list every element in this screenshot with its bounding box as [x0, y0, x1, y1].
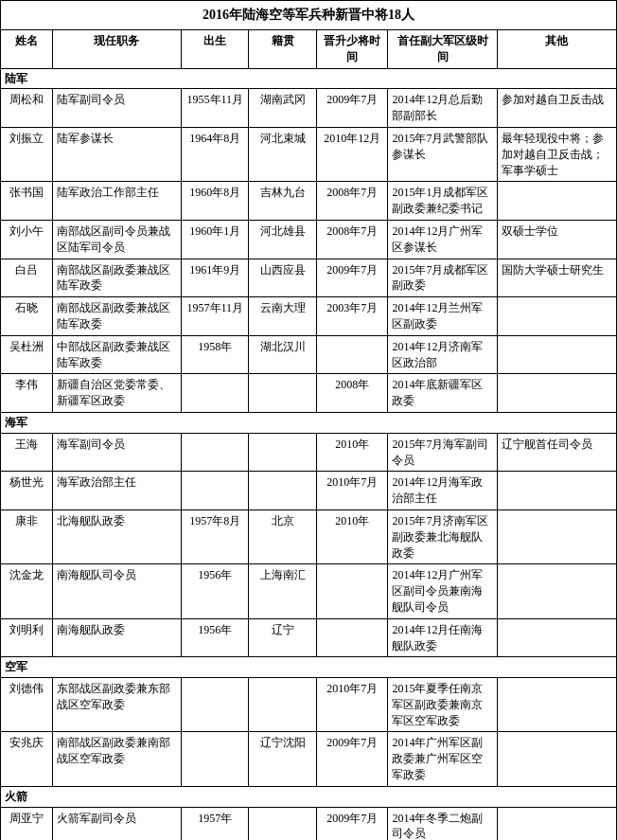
table-row: 周亚宁火箭军副司令员1957年2009年7月2014年冬季二炮副司令员 — [1, 807, 617, 840]
cell-promote — [316, 335, 388, 374]
cell-promote — [316, 618, 388, 657]
cell-other — [497, 472, 616, 510]
cell-promote: 2008年7月 — [316, 220, 388, 259]
table-row: 沈金龙南海舰队司令员1956年上海南汇2014年12月广州军区副司令员兼南海舰队… — [1, 564, 617, 618]
th-other: 其他 — [497, 30, 616, 69]
th-name: 姓名 — [1, 30, 53, 69]
cell-born: 1960年8月 — [182, 182, 249, 221]
th-born: 出生 — [182, 30, 249, 69]
cell-name: 周松和 — [1, 89, 53, 128]
section-label: 火箭 — [1, 786, 617, 807]
table-row: 李伟新疆自治区党委常委、新疆军区政委2008年2014年底新疆军区政委 — [1, 374, 617, 413]
section-header-空军: 空军 — [1, 657, 617, 678]
cell-other: 国防大学硕士研究生 — [497, 259, 616, 297]
cell-promote: 2010年 — [316, 433, 388, 472]
cell-job: 南部战区副司令员兼战区陆军司令员 — [52, 220, 182, 259]
cell-promote: 2010年12月 — [316, 127, 388, 181]
cell-origin: 湖北汉川 — [249, 335, 316, 374]
cell-first: 2014年12月济南军区政治部 — [388, 335, 498, 374]
cell-first: 2014年12月总后勤部副部长 — [388, 89, 498, 128]
cell-origin: 辽宁 — [249, 618, 316, 657]
cell-born — [182, 732, 249, 786]
cell-name: 杨世光 — [1, 472, 53, 510]
cell-origin: 北京 — [249, 509, 316, 563]
cell-promote: 2009年7月 — [316, 259, 388, 297]
cell-born — [182, 678, 249, 732]
cell-name: 李伟 — [1, 374, 53, 413]
cell-first: 2014年12月广州军区参谋长 — [388, 220, 498, 259]
section-label: 空军 — [1, 657, 617, 678]
cell-origin — [249, 433, 316, 472]
table-row: 刘小午南部战区副司令员兼战区陆军司令员1960年1月河北雄县2008年7月201… — [1, 220, 617, 259]
cell-first: 2014年12月任南海舰队政委 — [388, 618, 498, 657]
cell-name: 白吕 — [1, 259, 53, 297]
cell-origin: 上海南汇 — [249, 564, 316, 618]
table-row: 石晓南部战区副政委兼战区陆军政委1957年11月云南大理2003年7月2014年… — [1, 297, 617, 336]
cell-name: 刘小午 — [1, 220, 53, 259]
th-origin: 籍贯 — [249, 30, 316, 69]
main-title: 2016年陆海空等军兵种新晋中将18人 — [0, 0, 617, 29]
cell-origin — [249, 374, 316, 413]
cell-job: 陆军副司令员 — [52, 89, 182, 128]
table-row: 刘德伟东部战区副政委兼东部战区空军政委2010年7月2015年夏季任南京军区副政… — [1, 678, 617, 732]
header-row: 姓名 现任职务 出生 籍贯 晋升少将时间 首任副大军区级时间 其他 — [1, 30, 617, 69]
cell-first: 2015年7月成都军区副政委 — [388, 259, 498, 297]
cell-origin: 山西应县 — [249, 259, 316, 297]
cell-job: 南海舰队政委 — [52, 618, 182, 657]
cell-origin: 吉林九台 — [249, 182, 316, 221]
cell-born: 1957年8月 — [182, 509, 249, 563]
cell-job: 火箭军副司令员 — [52, 807, 182, 840]
cell-name: 刘振立 — [1, 127, 53, 181]
cell-other: 最年轻现役中将；参加对越自卫反击战；军事学硕士 — [497, 127, 616, 181]
cell-job: 东部战区副政委兼东部战区空军政委 — [52, 678, 182, 732]
cell-other: 参加对越自卫反击战 — [497, 89, 616, 128]
cell-name: 安兆庆 — [1, 732, 53, 786]
cell-first: 2014年冬季二炮副司令员 — [388, 807, 498, 840]
cell-promote: 2010年 — [316, 509, 388, 563]
cell-other — [497, 374, 616, 413]
cell-job: 南海舰队司令员 — [52, 564, 182, 618]
cell-other — [497, 678, 616, 732]
cell-first: 2014年12月兰州军区副政委 — [388, 297, 498, 336]
cell-born: 1957年 — [182, 807, 249, 840]
th-promote: 晋升少将时间 — [316, 30, 388, 69]
cell-job: 北海舰队政委 — [52, 509, 182, 563]
cell-job: 海军政治部主任 — [52, 472, 182, 510]
cell-origin — [249, 472, 316, 510]
cell-other — [497, 564, 616, 618]
cell-other: 辽宁舰首任司令员 — [497, 433, 616, 472]
th-first: 首任副大军区级时间 — [388, 30, 498, 69]
cell-job: 海军副司令员 — [52, 433, 182, 472]
cell-job: 南部战区副政委兼战区陆军政委 — [52, 297, 182, 336]
cell-other — [497, 182, 616, 221]
cell-name: 石晓 — [1, 297, 53, 336]
cell-name: 沈金龙 — [1, 564, 53, 618]
cell-name: 刘德伟 — [1, 678, 53, 732]
cell-born: 1957年11月 — [182, 297, 249, 336]
cell-born: 1958年 — [182, 335, 249, 374]
cell-promote: 2010年7月 — [316, 472, 388, 510]
table-row: 杨世光海军政治部主任2010年7月2014年12月海军政治部主任 — [1, 472, 617, 510]
cell-origin: 辽宁沈阳 — [249, 732, 316, 786]
th-job: 现任职务 — [52, 30, 182, 69]
cell-name: 周亚宁 — [1, 807, 53, 840]
cell-origin — [249, 678, 316, 732]
cell-origin: 河北束城 — [249, 127, 316, 181]
section-header-海军: 海军 — [1, 412, 617, 433]
table-row: 张书国陆军政治工作部主任1960年8月吉林九台2008年7月2015年1月成都军… — [1, 182, 617, 221]
section-header-陆军: 陆军 — [1, 68, 617, 89]
cell-born: 1964年8月 — [182, 127, 249, 181]
cell-other: 双硕士学位 — [497, 220, 616, 259]
table-row: 白吕南部战区副政委兼战区陆军政委1961年9月山西应县2009年7月2015年7… — [1, 259, 617, 297]
cell-name: 吴杜洲 — [1, 335, 53, 374]
cell-name: 王海 — [1, 433, 53, 472]
cell-name: 康非 — [1, 509, 53, 563]
cell-born: 1956年 — [182, 564, 249, 618]
cell-first: 2015年7月济南军区副政委兼北海舰队政委 — [388, 509, 498, 563]
cell-promote: 2009年7月 — [316, 89, 388, 128]
section-header-火箭: 火箭 — [1, 786, 617, 807]
cell-born — [182, 433, 249, 472]
cell-born: 1960年1月 — [182, 220, 249, 259]
cell-job: 陆军政治工作部主任 — [52, 182, 182, 221]
cell-born — [182, 472, 249, 510]
